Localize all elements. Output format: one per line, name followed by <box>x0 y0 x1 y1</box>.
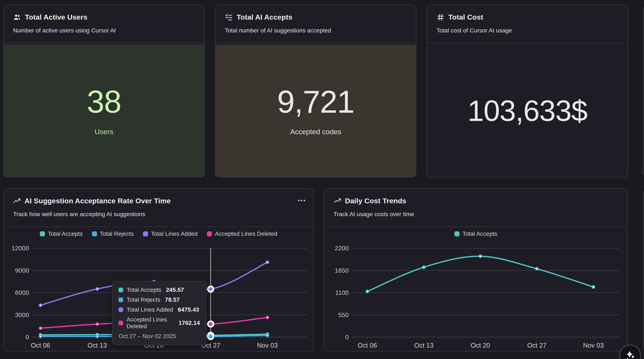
tooltip-label: Total Accepts <box>126 287 161 293</box>
card-title: Total Cost <box>448 13 483 21</box>
svg-text:Nov 03: Nov 03 <box>257 342 278 349</box>
stat-body: 38 Users <box>4 45 204 177</box>
tooltip-value: 245.57 <box>166 287 184 293</box>
svg-text:1650: 1650 <box>335 267 349 274</box>
svg-text:Oct 20: Oct 20 <box>471 342 490 349</box>
hash-icon <box>436 13 444 21</box>
users-icon <box>13 13 21 21</box>
chart-legend: Total AcceptsTotal RejectsTotal Lines Ad… <box>4 231 313 237</box>
chart-legend: Total Accepts <box>324 231 627 237</box>
tooltip-date-range: Oct 27 – Nov 02 2025 <box>118 333 200 340</box>
tooltip-value: 6475.43 <box>178 306 199 313</box>
acceptance-rate-chart-card: AI Suggestion Acceptance Rate Over Time … <box>3 188 314 352</box>
card-subtitle: Number of active users using Cursor AI <box>13 27 195 34</box>
svg-text:Oct 06: Oct 06 <box>358 342 377 349</box>
svg-text:550: 550 <box>338 311 349 318</box>
total-ai-accepts-card: Total AI Accepts Total number of AI sugg… <box>215 5 416 177</box>
legend-swatch <box>454 231 460 236</box>
card-header: Total Active Users Number of active user… <box>4 5 204 43</box>
tooltip-label: Total Lines Added <box>126 306 173 313</box>
card-subtitle: Total number of AI suggestions accepted <box>225 27 406 34</box>
tooltip-label: Accepted Lines Deleted <box>126 316 174 330</box>
stat-value: 9,721 <box>277 86 354 118</box>
stat-value-label: Users <box>95 128 114 136</box>
card-title: Total Active Users <box>25 13 88 21</box>
tooltip-swatch <box>118 288 123 292</box>
svg-text:2200: 2200 <box>335 245 349 252</box>
tooltip-label: Total Rejects <box>126 297 160 303</box>
stat-value: 38 <box>87 86 121 118</box>
chart-tooltip: Total Accepts245.57Total Rejects78.57Tot… <box>112 281 206 345</box>
card-subtitle: Track how well users are accepting AI su… <box>13 211 304 218</box>
svg-text:0: 0 <box>345 334 349 341</box>
partial-card-bottom <box>643 188 644 352</box>
svg-text:Oct 13: Oct 13 <box>414 342 433 349</box>
svg-text:1100: 1100 <box>335 289 349 296</box>
svg-text:Oct 27: Oct 27 <box>527 342 546 349</box>
card-subtitle: Track AI usage costs over time <box>334 211 618 218</box>
legend-swatch <box>143 231 148 236</box>
stat-value-label: Accepted codes <box>290 128 341 136</box>
tooltip-value: 78.57 <box>165 297 180 303</box>
tooltip-row: Total Rejects78.57 <box>118 297 200 303</box>
tooltip-row: Total Lines Added6475.43 <box>118 306 200 313</box>
legend-label: Accepted Lines Deleted <box>215 231 277 237</box>
card-subtitle: Total cost of Cursor AI usage <box>436 27 618 34</box>
card-header: Total AI Accepts Total number of AI sugg… <box>216 5 416 43</box>
legend-label: Total Accepts <box>48 231 83 237</box>
legend-item[interactable]: Total Lines Added <box>143 231 198 237</box>
legend-item[interactable]: Accepted Lines Deleted <box>207 231 277 237</box>
legend-item[interactable]: Total Accepts <box>40 231 83 237</box>
card-header: Total Cost Total cost of Cursor AI usage <box>427 5 628 43</box>
stat-body: 103,633$ <box>427 45 628 177</box>
legend-item[interactable]: Total Accepts <box>454 231 497 237</box>
legend-swatch <box>92 231 97 236</box>
stat-value: 103,633$ <box>468 96 587 126</box>
legend-label: Total Rejects <box>100 231 134 237</box>
tooltip-row: Accepted Lines Deleted1762.14 <box>118 316 200 330</box>
partial-card-top <box>643 5 644 177</box>
total-active-users-card: Total Active Users Number of active user… <box>3 5 204 177</box>
svg-text:Nov 03: Nov 03 <box>583 342 604 349</box>
tooltip-swatch <box>118 321 123 325</box>
svg-text:Oct 06: Oct 06 <box>31 342 50 349</box>
stat-body: 9,721 Accepted codes <box>216 45 416 177</box>
svg-text:9000: 9000 <box>15 267 29 274</box>
card-menu-button[interactable]: ••• <box>298 198 306 203</box>
legend-swatch <box>40 231 45 236</box>
card-title: Daily Cost Trends <box>345 197 406 205</box>
trend-icon <box>13 197 21 205</box>
checklist-icon <box>225 13 233 21</box>
card-title: AI Suggestion Acceptance Rate Over Time <box>24 197 171 205</box>
svg-text:0: 0 <box>26 334 29 341</box>
tooltip-row: Total Accepts245.57 <box>118 287 200 293</box>
svg-text:6000: 6000 <box>15 289 29 296</box>
legend-label: Total Accepts <box>462 231 497 237</box>
total-cost-card: Total Cost Total cost of Cursor AI usage… <box>427 5 628 177</box>
dashboard-page: { "page": { "bg": "#1b1a21", "card_bg": … <box>0 0 644 359</box>
tooltip-swatch <box>118 307 123 312</box>
trend-icon <box>334 197 341 205</box>
card-title: Total AI Accepts <box>236 13 292 21</box>
legend-label: Total Lines Added <box>151 231 198 237</box>
legend-swatch <box>207 231 212 236</box>
daily-cost-trends-chart-card: Daily Cost Trends Track AI usage costs o… <box>324 188 628 352</box>
legend-item[interactable]: Total Rejects <box>92 231 134 237</box>
svg-text:Oct 13: Oct 13 <box>88 342 107 349</box>
svg-text:3000: 3000 <box>15 311 29 318</box>
tooltip-value: 1762.14 <box>178 320 200 326</box>
tooltip-swatch <box>118 298 123 302</box>
card-header: Daily Cost Trends Track AI usage costs o… <box>324 189 627 227</box>
card-header: AI Suggestion Acceptance Rate Over Time … <box>4 189 313 227</box>
sparkles-icon <box>624 350 636 359</box>
svg-text:12000: 12000 <box>12 245 29 252</box>
cost-chart-canvas[interactable]: 0550110016502200Oct 06Oct 13Oct 20Oct 27… <box>324 239 628 352</box>
